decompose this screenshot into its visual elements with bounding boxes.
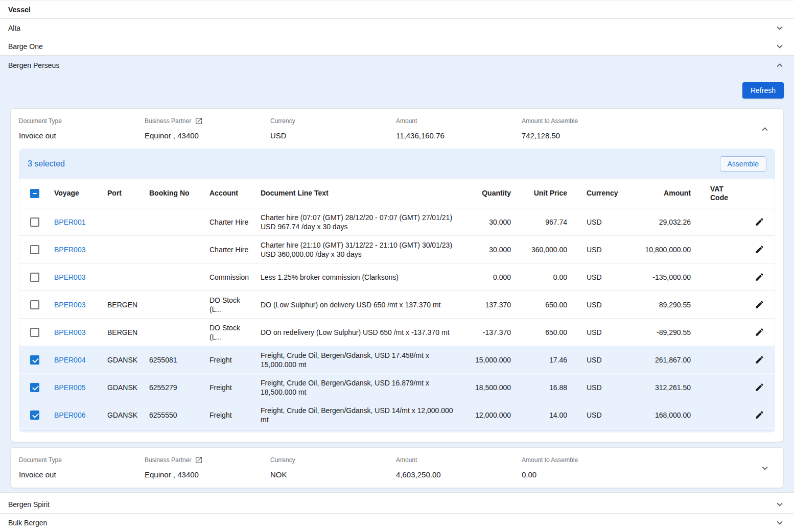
row-checkbox[interactable]	[30, 245, 39, 254]
field-amount: Amount 4,603,250.00	[396, 456, 522, 479]
table-row: BPER003 BERGEN DO Stock (L... DO on rede…	[19, 319, 775, 346]
cell-currency: USD	[571, 379, 620, 396]
cell-currency: USD	[571, 297, 620, 313]
vessel-row-barge-one[interactable]: Barge One	[0, 37, 794, 56]
edit-row-button[interactable]	[744, 351, 775, 368]
cell-account: DO Stock (L...	[205, 292, 256, 318]
row-checkbox[interactable]	[30, 328, 39, 337]
cell-quantity: 30.000	[466, 214, 515, 230]
currency-value: NOK	[270, 470, 396, 479]
vessel-row-label: Bergen Spirit	[8, 500, 50, 509]
cell-vat-code	[695, 384, 744, 391]
edit-row-button[interactable]	[744, 269, 775, 285]
chevron-down-icon	[774, 22, 786, 34]
cell-vat-code	[695, 301, 744, 308]
pencil-icon	[755, 245, 764, 254]
table-row: BPER001 Charter Hire Charter hire (07:07…	[19, 208, 775, 236]
cell-booking-no	[145, 329, 205, 336]
column-header-vat-code: VAT Code	[695, 181, 744, 206]
table-row: BPER003 BERGEN DO Stock (L... DO (Low Su…	[19, 291, 775, 319]
cell-document-line-text: Charter hire (21:10 (GMT) 31/12/22 - 21:…	[256, 237, 466, 262]
cell-currency: USD	[571, 269, 620, 285]
chevron-down-icon	[774, 40, 786, 53]
edit-row-button[interactable]	[744, 296, 775, 313]
cell-amount: 10,800,000.00	[620, 241, 695, 258]
business-partner-value: Equinor , 43400	[145, 131, 270, 140]
vessel-panel-header[interactable]: Bergen Perseus	[0, 56, 794, 75]
cell-document-line-text: Less 1.25% broker commission (Clarksons)	[256, 269, 466, 285]
chevron-down-icon	[774, 498, 786, 511]
cell-amount: 261,867.00	[620, 352, 695, 368]
vessel-row-bergen-spirit[interactable]: Bergen Spirit	[0, 495, 794, 514]
voyage-link[interactable]: BPER006	[50, 407, 103, 423]
vessel-row-bulk-bergen[interactable]: Bulk Bergen	[0, 514, 794, 532]
column-header-account: Account	[205, 185, 256, 201]
document-type-label: Document Type	[19, 456, 62, 464]
cell-port: GDANSK	[103, 379, 145, 396]
amount-label: Amount	[396, 117, 417, 125]
currency-value: USD	[270, 131, 396, 140]
field-document-type: Document Type Invoice out	[19, 456, 145, 479]
edit-row-button[interactable]	[744, 379, 775, 396]
edit-row-button[interactable]	[744, 213, 775, 230]
voyage-link[interactable]: BPER003	[50, 297, 103, 313]
currency-label: Currency	[270, 117, 295, 125]
row-checkbox[interactable]	[30, 300, 39, 309]
expand-card-icon[interactable]	[759, 462, 771, 474]
voyage-link[interactable]: BPER003	[50, 269, 103, 285]
voyage-link[interactable]: BPER004	[50, 352, 103, 368]
cell-port: GDANSK	[103, 352, 145, 368]
voyage-link[interactable]: BPER001	[50, 214, 103, 230]
field-document-type: Document Type Invoice out	[19, 117, 145, 140]
collapse-card-icon[interactable]	[759, 123, 771, 135]
select-all-checkbox[interactable]	[30, 189, 39, 198]
field-business-partner: Business Partner Equinor , 43400	[145, 456, 270, 479]
assemble-button[interactable]: Assemble	[720, 156, 766, 172]
vessel-list-header-label: Vessel	[8, 6, 31, 14]
table-row: BPER005 GDANSK 6255279 Freight Freight, …	[19, 374, 775, 401]
row-checkbox[interactable]	[30, 383, 39, 392]
voyage-link[interactable]: BPER003	[50, 241, 103, 258]
cell-vat-code	[695, 412, 744, 419]
table-body: BPER001 Charter Hire Charter hire (07:07…	[19, 208, 775, 429]
edit-row-button[interactable]	[744, 241, 775, 258]
cell-currency: USD	[571, 407, 620, 423]
cell-account: Commission	[205, 269, 256, 285]
document-type-value: Invoice out	[19, 470, 145, 479]
business-partner-label: Business Partner	[145, 117, 191, 125]
voyage-link[interactable]: BPER005	[50, 379, 103, 396]
open-in-new-icon[interactable]	[195, 456, 203, 464]
row-checkbox[interactable]	[30, 217, 39, 227]
column-header-booking-no: Booking No	[145, 185, 205, 201]
field-amount-to-assemble: Amount to Assemble 742,128.50	[522, 117, 759, 140]
cell-amount: 29,032.26	[620, 214, 695, 230]
edit-row-button[interactable]	[744, 406, 775, 423]
open-in-new-icon[interactable]	[195, 117, 203, 125]
row-checkbox[interactable]	[30, 273, 39, 282]
cell-booking-no	[145, 246, 205, 253]
row-checkbox[interactable]	[30, 410, 39, 420]
cell-amount: 89,290.55	[620, 297, 695, 313]
field-amount: Amount 11,436,160.76	[396, 117, 522, 140]
cell-quantity: 30.000	[466, 241, 515, 258]
row-checkbox[interactable]	[30, 355, 39, 365]
vessel-row-label: Barge One	[8, 42, 43, 51]
cell-currency: USD	[571, 214, 620, 230]
field-currency: Currency NOK	[270, 456, 396, 479]
cell-currency: USD	[571, 324, 620, 341]
cell-document-line-text: Freight, Crude Oil, Bergen/Gdansk, USD 1…	[256, 375, 466, 400]
table-row: BPER003 Charter Hire Charter hire (21:10…	[19, 236, 775, 263]
vessel-row-alta[interactable]: Alta	[0, 19, 794, 37]
vessel-row-label: Alta	[8, 24, 20, 32]
column-header-quantity: Quantity	[466, 185, 515, 201]
pencil-icon	[755, 300, 764, 309]
refresh-button[interactable]: Refresh	[742, 82, 784, 99]
edit-row-button[interactable]	[744, 324, 775, 341]
document-type-value: Invoice out	[19, 131, 145, 140]
document-card-nok: Document Type Invoice out Business Partn…	[10, 447, 784, 488]
table-row: BPER006 GDANSK 6255550 Freight Freight, …	[19, 401, 775, 429]
cell-vat-code	[695, 219, 744, 226]
cell-vat-code	[695, 329, 744, 336]
document-type-label: Document Type	[19, 117, 62, 125]
voyage-link[interactable]: BPER003	[50, 324, 103, 341]
